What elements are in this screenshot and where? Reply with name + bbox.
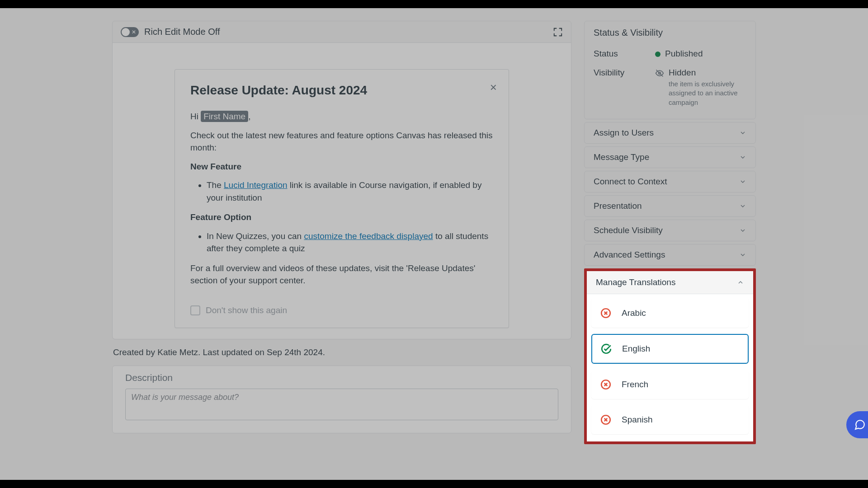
message-card: × Release Update: August 2024 Hi First N…	[175, 69, 509, 328]
visibility-row: Visibility Hidden the item is exclusivel…	[594, 63, 746, 112]
translation-item-arabic[interactable]: Arabic	[591, 299, 749, 328]
chevron-down-icon	[739, 227, 746, 234]
b2-pre: In New Quizzes, you can	[207, 231, 304, 241]
section-feature-option: Feature Option	[190, 212, 251, 222]
translation-label: French	[622, 380, 648, 389]
intro-text: Check out the latest new features and fe…	[190, 129, 493, 154]
expand-icon[interactable]	[553, 27, 563, 37]
outro-text: For a full overview and videos of these …	[190, 262, 493, 287]
visibility-sub: the item is exclusively assigned to an i…	[669, 80, 746, 107]
translation-item-spanish[interactable]: Spanish	[591, 405, 749, 434]
description-input[interactable]: What is your message about?	[125, 389, 558, 420]
lucid-integration-link[interactable]: Lucid Integration	[224, 180, 288, 190]
status-label: Status	[594, 49, 648, 59]
accordion-label: Advanced Settings	[594, 250, 665, 260]
editor-canvas: × Release Update: August 2024 Hi First N…	[113, 42, 571, 339]
accordion-label: Message Type	[594, 152, 649, 162]
translations-list: ArabicEnglishFrenchSpanish	[587, 294, 753, 441]
x-circle-icon	[600, 307, 612, 319]
chevron-down-icon	[739, 178, 746, 185]
section-new-feature: New Feature	[190, 162, 241, 171]
chevron-down-icon	[739, 129, 746, 136]
b1-pre: The	[207, 180, 224, 190]
accordion-assign-to-users[interactable]: Assign to Users	[584, 122, 756, 144]
status-dot-icon	[655, 52, 660, 57]
translations-header[interactable]: Manage Translations	[587, 271, 753, 294]
eye-off-icon	[655, 69, 664, 78]
card-body: Hi First Name, Check out the latest new …	[190, 110, 493, 317]
accordion-label: Assign to Users	[594, 128, 654, 138]
card-title: Release Update: August 2024	[190, 83, 493, 98]
translation-item-english[interactable]: English	[591, 334, 749, 364]
status-visibility-header: Status & Visibility	[585, 21, 755, 44]
merge-field-first-name[interactable]: First Name	[201, 111, 248, 122]
dont-show-label: Don't show this again	[206, 304, 287, 317]
status-value: Published	[665, 49, 703, 59]
close-icon[interactable]: ×	[490, 81, 497, 93]
accordion-message-type[interactable]: Message Type	[584, 146, 756, 168]
manage-translations-panel: Manage Translations ArabicEnglishFrenchS…	[584, 268, 756, 444]
visibility-value: Hidden	[669, 68, 746, 78]
x-circle-icon	[600, 414, 612, 426]
translation-label: English	[622, 344, 650, 354]
translation-item-french[interactable]: French	[591, 370, 749, 399]
translation-label: Arabic	[622, 308, 646, 318]
greeting-line: Hi First Name,	[190, 110, 493, 123]
accordion-advanced-settings[interactable]: Advanced Settings	[584, 244, 756, 266]
accordion-label: Schedule Visibility	[594, 225, 663, 235]
editor-toolbar: ✕ Rich Edit Mode Off	[113, 21, 571, 42]
accordion-label: Connect to Context	[594, 177, 667, 187]
bullet-lucid: The Lucid Integration link is available …	[207, 179, 493, 204]
dont-show-checkbox[interactable]	[190, 305, 200, 315]
chevron-up-icon	[737, 279, 744, 286]
dont-show-row: Don't show this again	[190, 304, 493, 317]
page-root: ✕ Rich Edit Mode Off × Release Update: A…	[0, 8, 868, 480]
customize-feedback-link[interactable]: customize the feedback displayed	[304, 231, 433, 241]
accordion-label: Presentation	[594, 201, 642, 211]
chat-icon	[854, 419, 866, 431]
status-visibility-panel: Status & Visibility Status Published Vis…	[584, 21, 756, 119]
rich-edit-toggle[interactable]: ✕	[121, 27, 139, 37]
accordion-connect-to-context[interactable]: Connect to Context	[584, 171, 756, 192]
main-column: ✕ Rich Edit Mode Off × Release Update: A…	[112, 21, 571, 480]
chevron-down-icon	[739, 251, 746, 258]
x-circle-icon	[600, 379, 612, 390]
bullet-quizzes: In New Quizzes, you can customize the fe…	[207, 230, 493, 255]
chevron-down-icon	[739, 154, 746, 161]
greeting-post: ,	[248, 112, 250, 121]
description-placeholder: What is your message about?	[131, 393, 239, 402]
visibility-label: Visibility	[594, 68, 648, 78]
description-label: Description	[125, 372, 558, 383]
translations-header-label: Manage Translations	[596, 277, 675, 287]
meta-line: Created by Katie Metz. Last updated on S…	[112, 347, 571, 357]
greeting-pre: Hi	[190, 112, 201, 121]
translation-label: Spanish	[622, 415, 653, 425]
description-panel: Description What is your message about?	[112, 366, 571, 433]
editor-panel: ✕ Rich Edit Mode Off × Release Update: A…	[112, 21, 571, 339]
accordion-schedule-visibility[interactable]: Schedule Visibility	[584, 220, 756, 241]
toggle-off-icon: ✕	[132, 29, 136, 35]
status-row: Status Published	[594, 44, 746, 63]
rich-edit-label: Rich Edit Mode Off	[144, 27, 220, 37]
side-column: Status & Visibility Status Published Vis…	[584, 21, 756, 480]
check-circle-icon	[600, 343, 612, 355]
chevron-down-icon	[739, 202, 746, 210]
accordion-presentation[interactable]: Presentation	[584, 195, 756, 217]
